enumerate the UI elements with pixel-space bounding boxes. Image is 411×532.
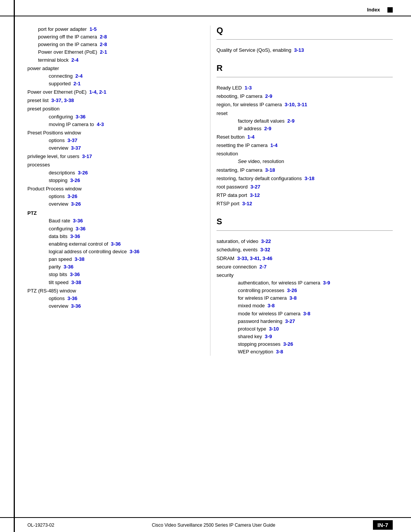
- link[interactable]: 3-37: [67, 137, 77, 143]
- list-item: shared key 3-9: [217, 333, 393, 340]
- link[interactable]: 3-9: [265, 334, 272, 339]
- link[interactable]: 3-8: [276, 349, 283, 355]
- list-item: Preset Positions window: [27, 129, 198, 137]
- list-item: PTZ: [27, 209, 198, 217]
- section-q-heading: Q: [217, 26, 393, 36]
- list-item: power adapter: [27, 65, 198, 72]
- list-item: overview 3-26: [27, 200, 198, 208]
- list-item: Baud rate 3-36: [27, 217, 198, 225]
- link[interactable]: 4-3: [97, 121, 104, 127]
- list-item: overview 3-37: [27, 144, 198, 152]
- list-item: stopping 3-26: [27, 177, 198, 184]
- link[interactable]: 3-26: [287, 288, 297, 293]
- link[interactable]: 3-26: [283, 341, 293, 347]
- link[interactable]: 3-8: [268, 303, 275, 308]
- link[interactable]: 3-36: [70, 272, 80, 277]
- link[interactable]: 2-4: [75, 73, 83, 79]
- list-item: SDRAM 3-33, 3-41, 3-46: [217, 255, 393, 262]
- link[interactable]: 3-18: [304, 176, 314, 181]
- list-item: mixed mode 3-8: [217, 302, 393, 310]
- link[interactable]: 2-1: [100, 49, 107, 55]
- link[interactable]: 2-9: [264, 126, 271, 131]
- link[interactable]: 2-8: [100, 34, 107, 40]
- main-content: port for power adapter 1-5 powering off …: [0, 16, 411, 365]
- list-item: IP address 2-9: [217, 125, 393, 133]
- list-item: options 3-26: [27, 193, 198, 200]
- list-item: descriptions 3-26: [27, 169, 198, 177]
- left-column: port for power adapter 1-5 powering off …: [27, 26, 210, 356]
- list-item: port for power adapter 1-5: [27, 26, 198, 33]
- link[interactable]: 3-10, 3-11: [285, 102, 307, 107]
- link[interactable]: 2-4: [71, 57, 78, 63]
- list-item: tilt speed 3-38: [27, 279, 198, 286]
- list-item: security: [217, 272, 393, 279]
- list-item: logical address of controlling device 3-…: [27, 248, 198, 256]
- list-item: secure connection 2-7: [217, 263, 393, 271]
- link[interactable]: 3-36: [64, 264, 73, 270]
- link[interactable]: 3-36: [129, 249, 139, 254]
- link[interactable]: 1-4: [247, 134, 255, 140]
- list-item: WEP encryption 3-8: [217, 348, 393, 356]
- link[interactable]: 3-8: [303, 311, 311, 316]
- list-item: parity 3-36: [27, 263, 198, 271]
- list-item: scheduling, events 3-32: [217, 246, 393, 254]
- link[interactable]: 3-17: [82, 153, 92, 159]
- link[interactable]: 3-32: [260, 247, 270, 252]
- link[interactable]: 3-33, 3-41, 3-46: [237, 256, 272, 261]
- list-item: Product Process window: [27, 185, 198, 193]
- link[interactable]: 3-26: [70, 177, 80, 183]
- list-item: preset list 3-37, 3-38: [27, 97, 198, 104]
- list-item: preset position: [27, 105, 198, 113]
- link[interactable]: 3-10: [269, 326, 279, 332]
- link[interactable]: 3-37: [71, 145, 81, 151]
- list-item: supported 2-1: [27, 80, 198, 88]
- link[interactable]: 3-36: [71, 303, 81, 309]
- link[interactable]: 3-12: [250, 192, 260, 198]
- list-item: Power over Ethernet (PoE) 1-4, 2-1: [27, 88, 198, 96]
- link[interactable]: 2-8: [100, 42, 107, 47]
- list-item: authentication, for wireless IP camera 3…: [217, 279, 393, 287]
- list-item: restarting, IP camera 3-18: [217, 166, 393, 174]
- list-item: moving IP camera to 4-3: [27, 121, 198, 128]
- link[interactable]: 3-36: [76, 114, 86, 120]
- link[interactable]: 3-8: [290, 295, 297, 301]
- link[interactable]: 3-38: [71, 280, 81, 285]
- list-item: terminal block 2-4: [27, 56, 198, 64]
- link[interactable]: 3-26: [78, 170, 88, 176]
- link[interactable]: 3-12: [242, 201, 252, 206]
- link[interactable]: 3-36: [67, 296, 77, 301]
- link[interactable]: 3-26: [71, 201, 81, 207]
- list-item: root password 3-27: [217, 183, 393, 191]
- link[interactable]: 1-4: [270, 142, 277, 148]
- link[interactable]: 3-22: [261, 238, 271, 244]
- list-item: saturation, of video 3-22: [217, 238, 393, 245]
- header-square: [387, 7, 393, 13]
- link[interactable]: 2-9: [287, 118, 295, 124]
- link[interactable]: 1-5: [89, 26, 97, 32]
- list-item: configuring 3-36: [27, 113, 198, 121]
- list-item: mode for wireless IP camera 3-8: [217, 310, 393, 318]
- link[interactable]: 3-36: [73, 218, 83, 224]
- link[interactable]: 3-27: [285, 318, 295, 324]
- link[interactable]: 3-13: [294, 47, 304, 53]
- link[interactable]: 3-27: [250, 184, 260, 190]
- right-column: Q Quality of Service (QoS), enabling 3-1…: [210, 26, 393, 356]
- page: Index port for power adapter 1-5 powerin…: [0, 0, 411, 532]
- list-item: options 3-37: [27, 137, 198, 144]
- link[interactable]: 3-37, 3-38: [51, 97, 74, 103]
- link[interactable]: 3-36: [70, 233, 80, 239]
- link[interactable]: 1-4, 2-1: [89, 89, 107, 95]
- list-item: RTSP port 3-12: [217, 200, 393, 208]
- link[interactable]: 2-9: [265, 93, 272, 99]
- link[interactable]: 3-9: [323, 280, 330, 286]
- link[interactable]: 3-26: [67, 193, 77, 199]
- link[interactable]: 3-36: [76, 226, 86, 232]
- link[interactable]: 2-1: [73, 81, 81, 86]
- list-item: overview 3-36: [27, 302, 198, 310]
- link[interactable]: 3-18: [265, 167, 275, 173]
- link[interactable]: 2-7: [260, 264, 267, 270]
- link[interactable]: 3-36: [111, 241, 121, 247]
- link[interactable]: 1-3: [245, 85, 252, 91]
- list-item: Reset button 1-4: [217, 133, 393, 141]
- link[interactable]: 3-38: [75, 256, 84, 262]
